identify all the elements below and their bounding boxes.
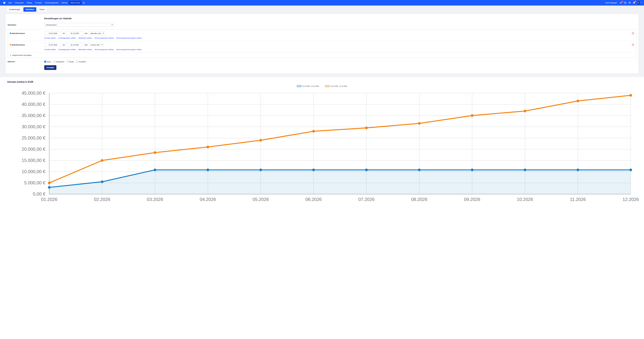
statistikart-row: Statistikart Umsatzerlöse I xyxy=(8,23,636,27)
legend-swatch-blue xyxy=(297,85,301,87)
nav-item-rechnungsposten[interactable]: Rechnungsposten xyxy=(44,1,60,5)
date-to-input[interactable] xyxy=(66,43,83,47)
svg-text:09.2026: 09.2026 xyxy=(464,197,480,202)
checkbox-label: Rohgewinn xyxy=(56,61,64,62)
svg-text:08.2026: 08.2026 xyxy=(411,197,428,202)
legend-item-2025[interactable]: 01.01.2025 - 31.12.2025 xyxy=(325,85,347,87)
checkbox-brutto[interactable]: Brutto xyxy=(67,61,74,62)
series-color-dot xyxy=(10,32,11,34)
period-filter-links: Kontakt wählen Kontaktgruppen wählen Mit… xyxy=(44,37,632,39)
rechnungsposten-waehlen-link[interactable]: Rechnungsposten wählen xyxy=(94,49,114,50)
checkbox-rohgewinn[interactable]: Rohgewinn xyxy=(54,61,64,62)
period-label: Statistikzeitraum xyxy=(10,43,44,47)
checkbox-stack[interactable]: Stack xyxy=(44,61,51,62)
svg-text:03.2026: 03.2026 xyxy=(147,197,163,202)
kontakt-waehlen-link[interactable]: Kontakt wählen xyxy=(44,37,56,39)
kontaktgruppen-waehlen-link[interactable]: Kontaktgruppen wählen xyxy=(58,37,76,39)
tab-statistiken[interactable]: Statistiken xyxy=(24,7,36,12)
legend-label: 01.01.2025 - 31.12.2025 xyxy=(330,85,347,87)
stack-checkbox[interactable] xyxy=(44,61,46,62)
period-list: Statistikzeitraum bis oder Aktuelles Jah… xyxy=(8,30,636,58)
tab-export[interactable]: Export xyxy=(38,7,46,12)
brutto-checkbox[interactable] xyxy=(67,61,68,62)
statistics-settings-card: Einstellungen zur Statistik Statistikart… xyxy=(6,14,638,74)
date-to-input[interactable] xyxy=(66,31,83,35)
rechnungspostengruppen-waehlen-link[interactable]: Rechnungspostengruppen wählen xyxy=(116,37,142,39)
kontakt-waehlen-link[interactable]: Kontakt wählen xyxy=(44,49,56,50)
add-comparison-button[interactable]: + Vergleichswert hinzufügen xyxy=(8,52,636,58)
plus-icon: + xyxy=(10,54,11,56)
period-preset-select[interactable]: Letztes Jahr xyxy=(89,43,104,47)
anzeigen-button[interactable]: Anzeigen xyxy=(44,65,56,70)
statistics-settings-area: Auswertungen Statistiken Export Einstell… xyxy=(0,6,644,77)
svg-text:01.2026: 01.2026 xyxy=(41,197,58,202)
nav-item-kontakte[interactable]: Kontakte xyxy=(34,1,44,5)
period-controls: bis oder Letztes Jahr xyxy=(44,43,632,47)
search-icon[interactable] xyxy=(82,0,86,5)
mitarbeiter-waehlen-link[interactable]: Mitarbeiter wählen xyxy=(78,37,92,39)
rechnungspostengruppen-waehlen-link[interactable]: Rechnungspostengruppen wählen xyxy=(116,49,142,50)
tab-auswertungen[interactable]: Auswertungen xyxy=(7,7,22,12)
monatlich-checkbox[interactable] xyxy=(76,61,78,62)
period-preset-select[interactable]: Aktuelles Jahr xyxy=(89,31,105,35)
legend-label: 01.01.2026 - 31.12.2026 xyxy=(302,85,319,87)
rechnungsposten-waehlen-link[interactable]: Rechnungsposten wählen xyxy=(94,37,114,39)
revenue-chart-section: Umsatz (netto) in EUR 01.01.2026 - 31.12… xyxy=(7,80,637,206)
help-icon[interactable]: ? xyxy=(623,0,628,5)
nav-item-dokumente[interactable]: Dokumente xyxy=(14,1,25,5)
oder-label: oder xyxy=(84,32,88,34)
period-label-text: Statistikzeitraum xyxy=(12,32,25,34)
svg-text:02.2026: 02.2026 xyxy=(94,197,110,202)
svg-text:06.2026: 06.2026 xyxy=(306,197,322,202)
top-nav: Start Dokumente Belege Kontakte Rechnung… xyxy=(0,0,644,6)
svg-text:05.2026: 05.2026 xyxy=(252,197,269,202)
notifications-bell-icon[interactable]: 10 xyxy=(632,0,636,5)
chevron-down-icon xyxy=(101,44,102,45)
svg-text:35.000,00 €: 35.000,00 € xyxy=(22,113,46,118)
chart-title: Umsatz (netto) in EUR xyxy=(7,80,637,84)
svg-text:25.000,00 €: 25.000,00 € xyxy=(22,136,46,140)
line-chart: 0,00 €5.000,00 €10.000,00 €15.000,00 €20… xyxy=(7,88,637,206)
svg-text:40.000,00 €: 40.000,00 € xyxy=(22,102,46,107)
remove-period-button[interactable] xyxy=(632,43,634,47)
date-from-input[interactable] xyxy=(44,31,62,35)
checkbox-monatlich[interactable]: monatlich xyxy=(76,61,86,62)
checkbox-label: Brutto xyxy=(69,61,74,62)
period-filter-links: Kontakt wählen Kontaktgruppen wählen Mit… xyxy=(44,49,632,50)
statistikart-select[interactable]: Umsatzerlöse I xyxy=(44,23,114,27)
svg-text:?: ? xyxy=(625,2,626,4)
mitarbeiter-waehlen-link[interactable]: Mitarbeiter wählen xyxy=(78,49,92,50)
svg-text:45.000,00 €: 45.000,00 € xyxy=(22,90,46,96)
legend-item-2026[interactable]: 01.01.2026 - 31.12.2026 xyxy=(297,85,319,87)
task-list-icon[interactable]: 4 xyxy=(619,0,623,5)
svg-text:11.2026: 11.2026 xyxy=(570,197,586,202)
nav-item-dienste[interactable]: Dienste xyxy=(60,1,69,5)
oder-label: oder xyxy=(84,44,88,46)
bis-label: bis xyxy=(63,32,65,34)
preset-selected-value: Letztes Jahr xyxy=(90,44,100,46)
settings-gear-icon[interactable]: ⚙ xyxy=(628,0,632,5)
nav-item-meine-firma[interactable]: Meine Firma xyxy=(69,1,82,5)
chart-legend: 01.01.2026 - 31.12.2026 01.01.2025 - 31.… xyxy=(7,85,637,87)
nav-item-start[interactable]: Start xyxy=(7,1,14,5)
svg-text:5.000,00 €: 5.000,00 € xyxy=(24,180,46,185)
remove-period-button[interactable] xyxy=(632,31,634,35)
statistikart-selected-value: Umsatzerlöse I xyxy=(46,24,57,26)
period-label-text: Statistikzeitraum xyxy=(12,44,25,46)
kontaktgruppen-waehlen-link[interactable]: Kontaktgruppen wählen xyxy=(58,49,76,50)
date-from-input[interactable] xyxy=(44,43,62,47)
svg-text:10.000,00 €: 10.000,00 € xyxy=(22,169,46,174)
series-color-dot xyxy=(10,44,11,46)
user-menu[interactable]: BK xyxy=(636,0,642,5)
app-logo-icon[interactable] xyxy=(2,2,7,4)
rohgewinn-checkbox[interactable] xyxy=(54,61,55,62)
options-row: Optionen Stack Rohgewinn Brutto monatlic… xyxy=(8,61,636,62)
minus-circle-icon xyxy=(632,44,634,46)
svg-text:15.000,00 €: 15.000,00 € xyxy=(22,158,46,163)
options-checkboxes: Stack Rohgewinn Brutto monatlich xyxy=(44,61,86,62)
svg-text:0,00 €: 0,00 € xyxy=(33,192,46,196)
import-manager-link[interactable]: Import Manager xyxy=(604,1,619,5)
nav-item-belege[interactable]: Belege xyxy=(25,1,34,5)
svg-text:12.2026: 12.2026 xyxy=(622,197,639,202)
svg-text:30.000,00 €: 30.000,00 € xyxy=(22,124,46,129)
